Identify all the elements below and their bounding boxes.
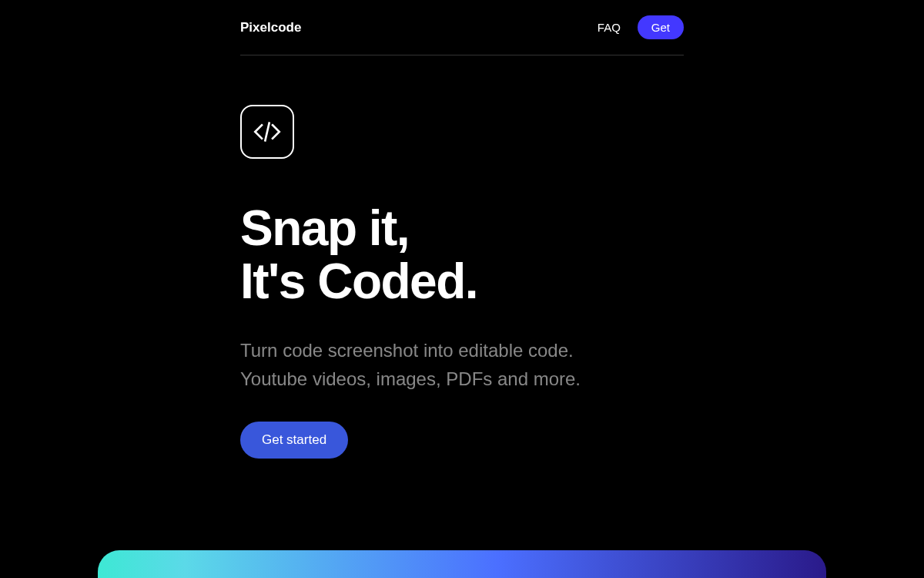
gradient-banner	[98, 550, 826, 578]
brand-logo[interactable]: Pixelcode	[240, 20, 301, 35]
hero-subtitle-line2: Youtube videos, images, PDFs and more.	[240, 365, 684, 393]
nav-get-button[interactable]: Get	[638, 15, 684, 39]
svg-line-0	[265, 123, 269, 141]
hero-subtitle: Turn code screenshot into editable code.…	[240, 336, 684, 393]
hero-section: Snap it, It's Coded. Turn code screensho…	[240, 55, 684, 459]
nav-faq-link[interactable]: FAQ	[598, 21, 621, 34]
hero-title: Snap it, It's Coded.	[240, 202, 684, 308]
hero-subtitle-line1: Turn code screenshot into editable code.	[240, 336, 684, 365]
get-started-button[interactable]: Get started	[240, 422, 348, 459]
hero-title-line2: It's Coded.	[240, 255, 684, 308]
page-header: Pixelcode FAQ Get	[240, 15, 684, 55]
hero-title-line1: Snap it,	[240, 202, 684, 255]
app-icon	[240, 105, 294, 159]
header-nav: FAQ Get	[598, 15, 684, 39]
code-brackets-icon	[251, 116, 283, 148]
